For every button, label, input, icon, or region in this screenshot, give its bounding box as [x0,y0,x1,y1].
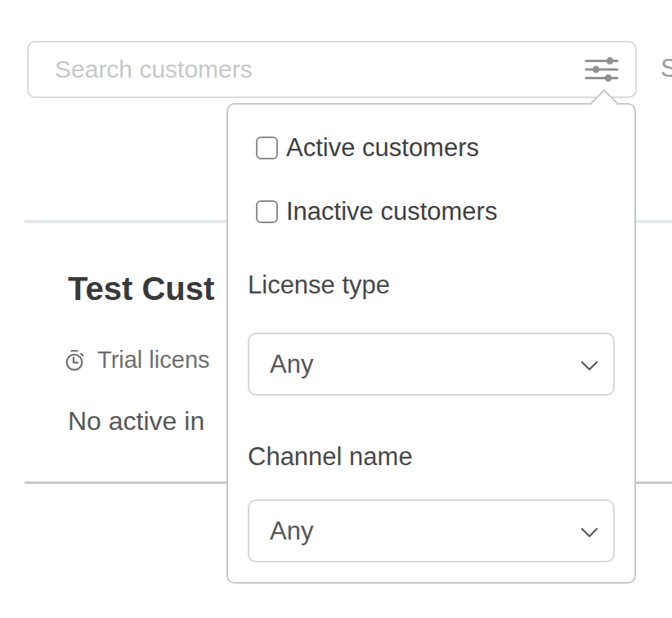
channel-name-label: Channel name [248,442,413,472]
license-row: Trial licens [64,347,210,374]
license-type-label: License type [248,271,390,300]
customer-search-box [27,41,637,98]
license-type-select[interactable]: Any [248,333,615,396]
customer-name-heading: Test Cust [68,271,214,307]
no-active-status-text: No active in [68,406,204,437]
checkbox-label: Inactive customers [286,197,497,226]
license-text: Trial licens [97,347,210,374]
filter-button[interactable] [585,57,619,82]
chevron-down-icon [580,527,598,539]
sliders-icon [585,57,619,82]
filter-popover: Active customers Inactive customers Lice… [226,103,636,584]
search-input[interactable] [29,43,585,96]
clipped-text-right: S [661,54,672,83]
channel-name-select[interactable]: Any [248,499,615,562]
inactive-customers-checkbox[interactable] [256,200,278,223]
selected-value: Any [270,517,313,546]
selected-value: Any [270,350,313,379]
active-customers-option[interactable]: Active customers [256,133,479,163]
timer-icon [64,349,87,372]
chevron-down-icon [580,360,598,372]
active-customers-checkbox[interactable] [256,137,278,159]
inactive-customers-option[interactable]: Inactive customers [256,197,497,226]
checkbox-label: Active customers [286,133,479,163]
